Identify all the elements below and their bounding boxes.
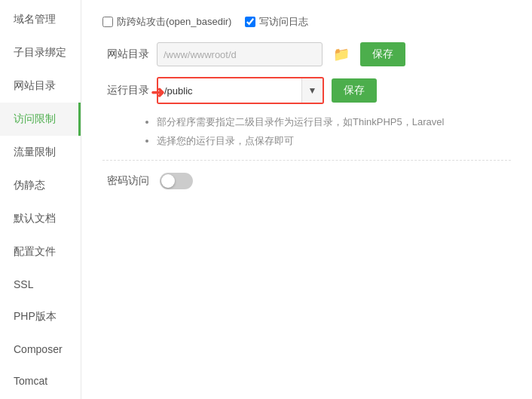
- site-dir-save-button[interactable]: 保存: [360, 42, 405, 66]
- red-arrow-indicator: ➜: [151, 83, 164, 103]
- main-content: ➜ 防跨站攻击(open_basedir) 写访问日志 网站目录 📁 保存 运行…: [81, 0, 532, 399]
- run-dir-box: ▼: [157, 77, 324, 104]
- sidebar-item-pseudo-static[interactable]: 伪静态: [0, 169, 81, 202]
- folder-icon-button[interactable]: 📁: [330, 43, 353, 66]
- open-basedir-option[interactable]: 防跨站攻击(open_basedir): [102, 15, 231, 29]
- site-dir-input[interactable]: [157, 42, 323, 66]
- folder-icon: 📁: [333, 46, 350, 63]
- password-label: 密码访问: [102, 174, 149, 188]
- tip-item-2: 选择您的运行目录，点保存即可: [157, 134, 511, 149]
- sidebar-item-php-version[interactable]: PHP版本: [0, 300, 81, 333]
- site-dir-row: 网站目录 📁 保存: [102, 42, 511, 66]
- sidebar-item-config-file[interactable]: 配置文件: [0, 235, 81, 269]
- run-dir-dropdown-arrow[interactable]: ▼: [301, 78, 323, 103]
- write-log-option[interactable]: 写访问日志: [245, 15, 308, 29]
- write-log-checkbox[interactable]: [245, 17, 255, 27]
- tip-item-1: 部分程序需要指定二级目录作为运行目录，如ThinkPHP5，Laravel: [157, 115, 511, 130]
- site-dir-label: 网站目录: [102, 48, 149, 61]
- sidebar-item-traffic-limit[interactable]: 流量限制: [0, 136, 81, 169]
- run-dir-save-button[interactable]: 保存: [332, 78, 377, 103]
- password-row: 密码访问: [102, 173, 511, 189]
- run-dir-label: 运行目录: [102, 84, 149, 97]
- chevron-down-icon: ▼: [308, 85, 317, 96]
- tips-list: 部分程序需要指定二级目录作为运行目录，如ThinkPHP5，Laravel 选择…: [157, 115, 511, 149]
- sidebar-item-site-dir[interactable]: 网站目录: [0, 69, 81, 103]
- sidebar-item-subdir[interactable]: 子目录绑定: [0, 36, 81, 69]
- sidebar-item-composer[interactable]: Composer: [0, 333, 81, 365]
- sidebar-item-ssl[interactable]: SSL: [0, 269, 81, 300]
- password-toggle[interactable]: [160, 173, 193, 189]
- sidebar-item-default-doc[interactable]: 默认文档: [0, 202, 81, 235]
- sidebar-item-domain[interactable]: 域名管理: [0, 3, 81, 36]
- section-divider: [102, 160, 511, 161]
- sidebar-item-tomcat[interactable]: Tomcat: [0, 365, 81, 397]
- open-basedir-checkbox[interactable]: [102, 17, 113, 27]
- sidebar-item-access-limit[interactable]: 访问限制: [0, 103, 81, 136]
- options-row: 防跨站攻击(open_basedir) 写访问日志: [102, 15, 511, 29]
- sidebar: 域名管理 子目录绑定 网站目录 访问限制 流量限制 伪静态 默认文档 配置文件 …: [0, 0, 81, 399]
- run-dir-input[interactable]: [158, 78, 301, 103]
